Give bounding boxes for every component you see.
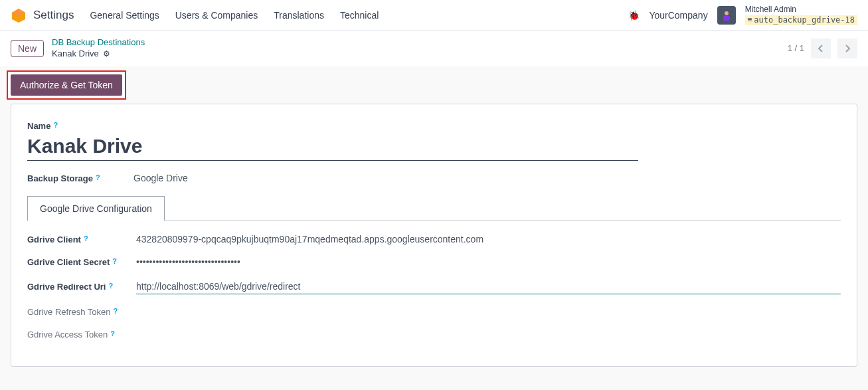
company-name[interactable]: YourCompany	[649, 10, 707, 21]
new-button[interactable]: New	[11, 40, 44, 57]
help-icon[interactable]: ?	[112, 257, 117, 265]
menu-users-companies[interactable]: Users & Companies	[175, 10, 258, 21]
refresh-token-label: Gdrive Refresh Token?	[27, 307, 118, 317]
svg-point-3	[725, 11, 729, 15]
user-name: Mitchell Admin	[745, 5, 857, 15]
help-icon[interactable]: ?	[114, 307, 118, 315]
client-label: Gdrive Client?	[27, 235, 88, 244]
form-sheet: Name? Backup Storage? Google Drive Googl…	[11, 104, 857, 367]
client-value[interactable]: 432820809979-cpqcaq9pkujbuqtm90aj17mqedm…	[136, 234, 841, 244]
svg-rect-4	[723, 16, 730, 21]
redirect-label: Gdrive Redirect Uri?	[27, 282, 113, 292]
pager: 1 / 1	[788, 39, 857, 58]
chevron-left-icon	[818, 45, 824, 52]
tab-content: Gdrive Client? 432820809979-cpqcaq9pkujb…	[27, 220, 841, 340]
menu-technical[interactable]: Technical	[340, 10, 379, 21]
name-input[interactable]	[27, 134, 638, 161]
secret-value[interactable]: ••••••••••••••••••••••••••••••••	[136, 256, 841, 267]
pager-count: 1 / 1	[788, 43, 804, 53]
bug-icon[interactable]: 🐞	[628, 10, 640, 21]
breadcrumb: DB Backup Destinations Kanak Drive ⚙	[52, 37, 145, 60]
help-icon[interactable]: ?	[110, 330, 115, 338]
help-icon[interactable]: ?	[109, 282, 114, 290]
app-logo-icon[interactable]	[11, 7, 27, 23]
name-label: Name?	[27, 121, 58, 131]
database-icon: ≡	[748, 15, 752, 25]
help-icon[interactable]: ?	[84, 235, 88, 243]
pager-prev-button[interactable]	[811, 39, 831, 58]
user-avatar[interactable]	[717, 6, 736, 25]
tab-gdrive-config[interactable]: Google Drive Configuration	[27, 196, 165, 221]
tabs: Google Drive Configuration Gdrive Client…	[27, 195, 841, 340]
app-name[interactable]: Settings	[33, 9, 74, 22]
highlight-annotation: Authorize & Get Token	[7, 70, 126, 100]
breadcrumb-current: Kanak Drive ⚙	[52, 49, 145, 60]
db-badge: ≡auto_backup_gdrive-18	[745, 15, 857, 26]
redirect-input[interactable]	[136, 279, 841, 294]
breadcrumb-row: New DB Backup Destinations Kanak Drive ⚙…	[0, 31, 868, 66]
access-token-label: Gdrive Access Token?	[27, 330, 115, 340]
gear-icon[interactable]: ⚙	[103, 49, 110, 60]
menu-general-settings[interactable]: General Settings	[90, 10, 159, 21]
chevron-right-icon	[844, 45, 851, 52]
storage-label: Backup Storage?	[27, 173, 100, 183]
breadcrumb-parent[interactable]: DB Backup Destinations	[52, 37, 145, 49]
secret-label: Gdrive Client Secret?	[27, 257, 117, 267]
help-icon[interactable]: ?	[53, 121, 58, 129]
menu-translations[interactable]: Translations	[274, 10, 324, 21]
pager-next-button[interactable]	[837, 39, 857, 58]
user-block[interactable]: Mitchell Admin ≡auto_backup_gdrive-18	[745, 5, 857, 25]
navbar: Settings General Settings Users & Compan…	[0, 0, 868, 31]
main-menu: General Settings Users & Companies Trans…	[90, 10, 379, 21]
help-icon[interactable]: ?	[96, 173, 100, 181]
storage-value[interactable]: Google Drive	[133, 173, 188, 183]
authorize-button[interactable]: Authorize & Get Token	[11, 74, 122, 96]
